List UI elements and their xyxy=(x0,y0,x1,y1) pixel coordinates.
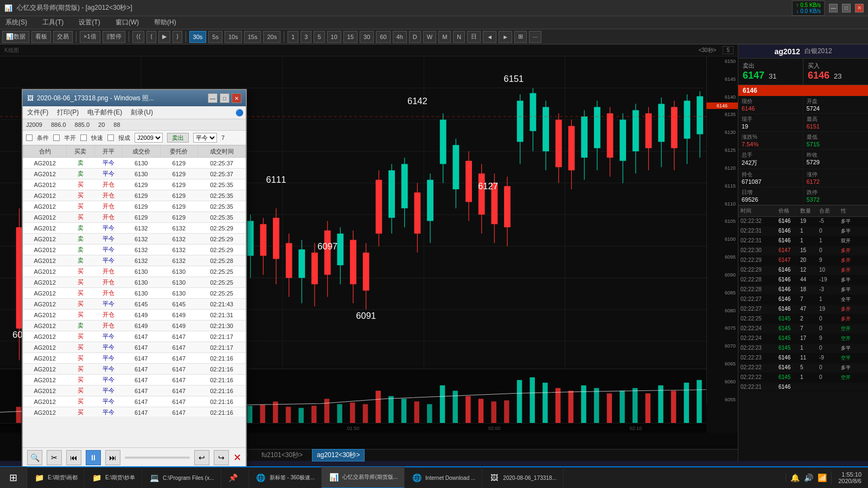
toolbar-4h[interactable]: 4h xyxy=(393,31,407,43)
media-crop-btn[interactable]: ✂ xyxy=(47,450,62,465)
tray-icon-2[interactable]: 🔊 xyxy=(804,473,813,482)
maximize-button[interactable]: □ xyxy=(842,4,851,12)
filter-offset-select[interactable]: 平今 xyxy=(193,133,217,143)
svg-rect-95 xyxy=(530,93,537,131)
svg-rect-115 xyxy=(658,104,665,142)
filter-sell-btn[interactable]: 卖出 xyxy=(167,133,189,143)
toolbar-60m[interactable]: 60 xyxy=(376,31,390,43)
toolbar-grid[interactable]: ⊞ xyxy=(514,31,527,43)
start-button[interactable]: ⊞ xyxy=(0,467,27,488)
toolbar-10s[interactable]: 10s xyxy=(225,31,242,43)
toolbar-more[interactable]: ··· xyxy=(529,31,541,43)
tray-icon-1[interactable]: 🔔 xyxy=(790,473,800,482)
toolbar-board[interactable]: 看板 xyxy=(31,31,51,43)
toolbar-5s[interactable]: 5s xyxy=(208,31,222,43)
svg-rect-91 xyxy=(504,186,510,227)
toolbar-nav-prev[interactable]: ⟨⟨ xyxy=(132,31,144,43)
toolbar-10m[interactable]: 10 xyxy=(327,31,341,43)
taskbar-item-explorer2[interactable]: 📁 E:\期货\炒单 xyxy=(85,467,142,488)
menu-system[interactable]: 系统(S) xyxy=(2,17,30,28)
media-redo-btn[interactable]: ↪ xyxy=(214,450,229,465)
transaction-table-container[interactable]: 合约 买卖 开平 成交价 委托价 成交时间 AG2012 卖 平今 6130 6… xyxy=(23,145,246,416)
filter-checkbox-2[interactable] xyxy=(53,134,60,141)
market-info-grid: 现价 6146 开盘 5724 现手 19 最高 6151 涨跌% 7.54% … xyxy=(738,96,868,206)
toolbar-20s[interactable]: 20s xyxy=(263,31,280,43)
toolbar-pause[interactable]: ‖暂停 xyxy=(103,31,125,43)
taskbar-item-image[interactable]: 🖼 2020-08-06_173318... xyxy=(482,467,563,488)
toolbar-15m[interactable]: 15 xyxy=(343,31,358,43)
media-search-btn[interactable]: 🔍 xyxy=(27,450,42,465)
media-first-btn[interactable]: ⏮ xyxy=(66,450,81,465)
toolbar-trade[interactable]: 交易 xyxy=(53,31,73,43)
taskbar-clock[interactable]: 1:55:10 2020/8/6 xyxy=(831,471,868,484)
market-limit-down: 5372 xyxy=(807,196,865,203)
dialog-menu-file[interactable]: 文件(F) xyxy=(25,107,50,118)
info-daily-increase: 日增 69526 xyxy=(738,187,803,205)
toolbar-5m[interactable]: 5 xyxy=(314,31,324,43)
tray-icon-network[interactable]: 📶 xyxy=(818,473,827,482)
toolbar-30m[interactable]: 30 xyxy=(360,31,374,43)
trade-row: 02:22:29 6146 12 10 多开 xyxy=(738,266,868,275)
filter-checkbox-4[interactable] xyxy=(107,134,114,141)
toolbar-day[interactable]: 日 xyxy=(467,31,481,43)
tab-fu2101[interactable]: fu2101<30秒> xyxy=(257,449,308,461)
toolbar-prev-chart[interactable]: ◄ xyxy=(483,31,496,43)
candle-count: 5 xyxy=(723,46,733,54)
table-row: AG2012 买 平今 6147 6147 02:21:16 xyxy=(23,353,246,364)
toolbar-nav-next[interactable]: ⟩ xyxy=(173,31,182,43)
toolbar-multiplier[interactable]: ×1倍 xyxy=(80,31,100,43)
toolbar-next-chart[interactable]: ► xyxy=(499,31,512,43)
media-close-btn[interactable]: ✕ xyxy=(233,452,241,464)
toolbar-30s[interactable]: 30s xyxy=(189,31,207,43)
filter-checkbox-1[interactable] xyxy=(26,134,33,141)
dialog-minimize-btn[interactable]: — xyxy=(208,93,218,103)
svg-rect-63 xyxy=(324,230,331,275)
svg-rect-71 xyxy=(375,180,382,234)
kline-label: K线图 xyxy=(4,47,19,54)
taskbar-item-explorer3[interactable]: 💻 C:\Program Files (x... xyxy=(142,467,221,488)
menu-settings[interactable]: 设置(T) xyxy=(75,17,103,28)
filter-contract-select[interactable]: J2009 xyxy=(135,133,163,143)
toolbar-N[interactable]: N xyxy=(453,31,465,43)
dialog-menu-print[interactable]: 打印(P) xyxy=(55,107,81,118)
taskbar-item-browser[interactable]: 🌐 新标签 - 360极速... xyxy=(249,467,322,488)
time-interval-label: <30秒> xyxy=(699,47,717,54)
toolbar-1m[interactable]: 1 xyxy=(288,31,298,43)
taskbar-item-trading[interactable]: 📊 心忆交易导师(期货版... xyxy=(322,467,405,488)
media-undo-btn[interactable]: ↩ xyxy=(194,450,209,465)
svg-rect-75 xyxy=(401,164,408,208)
clock-time: 1:55:10 xyxy=(838,471,861,478)
taskbar-item-explorer1[interactable]: 📁 E:\期货\画都 xyxy=(27,467,85,488)
col-contract: 合约 xyxy=(23,146,67,158)
tab-ag2012[interactable]: ag2012<30秒> xyxy=(312,449,365,461)
close-button[interactable]: ✕ xyxy=(855,4,864,12)
toolbar-nav-play[interactable]: ▶ xyxy=(158,31,170,43)
taskbar-item-download[interactable]: 🌐 Internet Download ... xyxy=(405,467,482,488)
dialog-menu-burn[interactable]: 刻录(U) xyxy=(129,107,155,118)
trade-row: 02:22:22 6146 5 0 多平 xyxy=(738,363,868,373)
dialog-title: 2020-08-06_173318.png - Windows 照... xyxy=(37,94,154,103)
dialog-maximize-btn[interactable]: □ xyxy=(220,93,229,103)
toolbar-15s[interactable]: 15s xyxy=(244,31,261,43)
menu-tools[interactable]: 工具(T) xyxy=(39,17,67,28)
dialog-menu-email[interactable]: 电子邮件(E) xyxy=(85,107,124,118)
toolbar-data[interactable]: 📊数据 xyxy=(2,31,29,43)
toolbar-M[interactable]: M xyxy=(438,31,451,43)
svg-rect-162 xyxy=(401,399,406,423)
media-slider[interactable] xyxy=(125,457,190,459)
toolbar-D[interactable]: D xyxy=(409,31,421,43)
filter-checkbox-3[interactable] xyxy=(80,134,87,141)
toolbar-nav-prev2[interactable]: ⟨ xyxy=(146,31,156,43)
menu-window[interactable]: 窗口(W) xyxy=(112,17,142,28)
taskbar-item-unknown[interactable]: 📌 xyxy=(221,467,249,488)
bid-side: 买入 6146 23 xyxy=(803,59,868,85)
media-last-btn[interactable]: ⏭ xyxy=(105,450,120,465)
media-play-btn[interactable]: ⏸ xyxy=(86,450,101,465)
dialog-icon: 🖼 xyxy=(27,94,34,102)
minimize-button[interactable]: — xyxy=(829,4,838,12)
toolbar-W[interactable]: W xyxy=(423,31,436,43)
table-row: AG2012 买 平今 6147 6147 02:21:16 xyxy=(23,375,246,386)
menu-help[interactable]: 帮助(H) xyxy=(151,17,180,28)
toolbar-3m[interactable]: 3 xyxy=(301,31,311,43)
dialog-close-btn[interactable]: ✕ xyxy=(232,93,241,103)
